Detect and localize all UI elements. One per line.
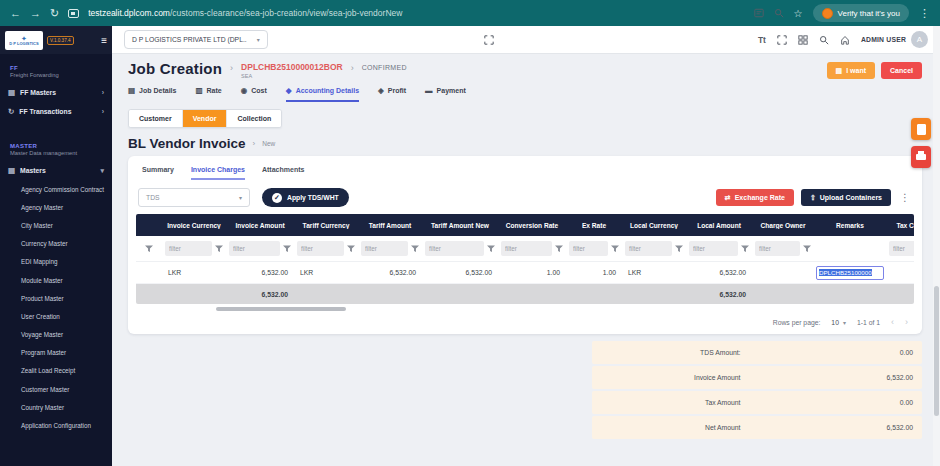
sidebar-item-product-master[interactable]: Product Master bbox=[0, 289, 112, 307]
sidebar-item-country-master[interactable]: Country Master bbox=[0, 398, 112, 416]
sidebar-item-voyage-master[interactable]: Voyage Master bbox=[0, 326, 112, 344]
file-icon: ▥ bbox=[195, 86, 202, 95]
filter-input-charge-owner[interactable] bbox=[755, 241, 800, 256]
filter-input-local-currency[interactable] bbox=[625, 241, 672, 256]
filter-input-tariff-currency[interactable] bbox=[297, 241, 344, 256]
reading-mode-icon[interactable] bbox=[754, 8, 764, 18]
tab-invoice-charges[interactable]: Invoice Charges bbox=[191, 162, 245, 180]
toggle-vendor[interactable]: Vendor bbox=[183, 110, 228, 127]
previous-page-icon[interactable]: ‹ bbox=[891, 317, 894, 327]
filter-input-ex-rate[interactable] bbox=[569, 241, 608, 256]
filter-funnel-icon[interactable] bbox=[741, 245, 749, 253]
search-icon[interactable] bbox=[819, 35, 829, 45]
search-icon[interactable] bbox=[774, 8, 784, 18]
toggle-collection[interactable]: Collection bbox=[227, 110, 281, 127]
sidebar-item-edi-mapping[interactable]: EDI Mapping bbox=[0, 253, 112, 271]
sidebar-item-application-configuration[interactable]: Application Configuration bbox=[0, 416, 112, 434]
sidebar-item-program-master[interactable]: Program Master bbox=[0, 344, 112, 362]
tds-select[interactable]: TDS ▾ bbox=[138, 188, 250, 207]
font-size-icon[interactable]: Tt bbox=[758, 35, 766, 45]
card-icon: ▬ bbox=[425, 86, 433, 95]
profile-alert-icon bbox=[822, 8, 833, 19]
remarks-input[interactable]: DPLCHB25100000 bbox=[816, 266, 884, 280]
i-want-button[interactable]: ▤ I want bbox=[827, 62, 875, 79]
totals-row-net: Net Amount 6,532.00 bbox=[592, 416, 922, 439]
apps-grid-icon[interactable] bbox=[798, 35, 808, 45]
job-number-link[interactable]: DPLCHB2510000012BOR bbox=[241, 62, 343, 72]
filter-funnel-icon[interactable] bbox=[411, 245, 419, 253]
next-page-icon[interactable]: › bbox=[905, 317, 908, 327]
browser-forward-icon[interactable]: → bbox=[30, 8, 41, 19]
sidebar-item-city-master[interactable]: City Master bbox=[0, 216, 112, 234]
chevron-down-icon: ▾ bbox=[843, 319, 846, 326]
tab-accounting-details[interactable]: ◆ Accounting Details bbox=[286, 86, 359, 102]
filter-funnel-icon[interactable] bbox=[675, 245, 683, 253]
browser-reload-icon[interactable]: ↻ bbox=[50, 8, 59, 19]
filter-input-conversion-rate[interactable] bbox=[501, 241, 552, 256]
filter-input-tax-code[interactable] bbox=[889, 241, 914, 256]
filter-funnel-icon[interactable] bbox=[803, 245, 811, 253]
total-invoice-amount: 6,532.00 bbox=[226, 291, 294, 298]
apply-tds-button[interactable]: ✓ Apply TDS/WHT bbox=[262, 188, 349, 207]
sidebar-item-ff-masters[interactable]: ▤ FF Masters › bbox=[0, 83, 112, 102]
browser-back-icon[interactable]: ← bbox=[10, 8, 21, 19]
quick-form-fab[interactable] bbox=[911, 118, 931, 140]
verify-identity-button[interactable]: Verify that it's you bbox=[813, 4, 909, 22]
bookmark-star-icon[interactable]: ☆ bbox=[794, 8, 803, 19]
sidebar-item-user-creation[interactable]: User Creation bbox=[0, 307, 112, 325]
filter-input-invoice-amount[interactable] bbox=[229, 241, 280, 256]
tab-job-details[interactable]: ▤ Job Details bbox=[128, 86, 176, 102]
tab-attachments[interactable]: Attachments bbox=[262, 162, 304, 180]
address-bar[interactable]: testzealit.dplcom.com/customs-clearance/… bbox=[88, 8, 744, 18]
table-row: LKR 6,532.00 LKR 6,532.00 6,532.00 1.00 … bbox=[136, 262, 914, 284]
page-title: Job Creation bbox=[128, 60, 222, 77]
focus-mode-icon[interactable] bbox=[484, 35, 494, 45]
filter-funnel-icon[interactable] bbox=[611, 245, 619, 253]
vertical-scrollbar[interactable] bbox=[933, 26, 940, 466]
dollar-circle-icon: ◉ bbox=[241, 86, 248, 95]
filter-funnel-icon[interactable] bbox=[555, 245, 563, 253]
tab-rate[interactable]: ▥ Rate bbox=[195, 86, 221, 102]
home-icon[interactable] bbox=[840, 35, 850, 45]
kebab-menu-icon[interactable]: ⋮ bbox=[898, 192, 912, 203]
table-filter-row bbox=[136, 236, 914, 262]
sidebar-item-agency-master[interactable]: Agency Master bbox=[0, 198, 112, 216]
sidebar-item-masters[interactable]: ▤ Masters ▾ bbox=[0, 161, 112, 180]
filter-input-tariff-amount-new[interactable] bbox=[425, 241, 484, 256]
sidebar-item-customer-master[interactable]: Customer Master bbox=[0, 380, 112, 398]
job-reference: DPLCHB2510000012BOR SEA bbox=[241, 60, 343, 79]
sidebar-item-module-master[interactable]: Module Master bbox=[0, 271, 112, 289]
section-subtitle-ff: Freight Forwarding bbox=[0, 71, 112, 83]
vertical-scrollbar-thumb[interactable] bbox=[934, 286, 939, 416]
rows-per-page-select[interactable]: 10 ▾ bbox=[831, 319, 846, 326]
exchange-rate-button[interactable]: ⇄ Exchange Rate bbox=[716, 189, 794, 206]
upload-containers-button[interactable]: ⇧ Upload Containers bbox=[801, 189, 891, 206]
sidebar-item-agency-commission-contract[interactable]: Agency Commission Contract bbox=[0, 180, 112, 198]
filter-funnel-icon[interactable] bbox=[145, 245, 153, 253]
browser-menu-icon[interactable]: ⋮ bbox=[919, 7, 930, 20]
cancel-button[interactable]: Cancel bbox=[881, 62, 922, 79]
filter-input-local-amount[interactable] bbox=[689, 241, 738, 256]
filter-funnel-icon[interactable] bbox=[487, 245, 495, 253]
filter-funnel-icon[interactable] bbox=[215, 245, 223, 253]
sidebar-item-currency-master[interactable]: Currency Master bbox=[0, 235, 112, 253]
tab-summary[interactable]: Summary bbox=[142, 162, 174, 180]
filter-funnel-icon[interactable] bbox=[347, 245, 355, 253]
hamburger-menu-icon[interactable]: ≡ bbox=[101, 35, 107, 46]
tab-profit[interactable]: ◈ Profit bbox=[378, 86, 406, 102]
user-menu[interactable]: ADMIN USER A bbox=[861, 31, 928, 48]
sidebar-item-ff-transactions[interactable]: ↻ FF Transactions › bbox=[0, 102, 112, 121]
company-selector[interactable]: D P LOGISTICS PRIVATE LTD (DPL.. ▾ bbox=[124, 30, 268, 49]
table-header-row: Invoice Currency Invoice Amount Tariff C… bbox=[136, 214, 914, 236]
filter-input-tariff-amount[interactable] bbox=[361, 241, 408, 256]
filter-input-invoice-currency[interactable] bbox=[165, 241, 212, 256]
screen: ← → ↻ testzealit.dplcom.com/customs-clea… bbox=[0, 0, 940, 466]
sidebar-item-zealit-load-receipt[interactable]: Zealit Load Receipt bbox=[0, 362, 112, 380]
toggle-customer[interactable]: Customer bbox=[129, 110, 183, 127]
tab-payment[interactable]: ▬ Payment bbox=[425, 86, 466, 102]
filter-funnel-icon[interactable] bbox=[283, 245, 291, 253]
tab-cost[interactable]: ◉ Cost bbox=[241, 86, 267, 102]
print-fab[interactable] bbox=[911, 146, 931, 168]
fullscreen-icon[interactable] bbox=[777, 35, 787, 45]
site-icon[interactable] bbox=[68, 9, 79, 18]
